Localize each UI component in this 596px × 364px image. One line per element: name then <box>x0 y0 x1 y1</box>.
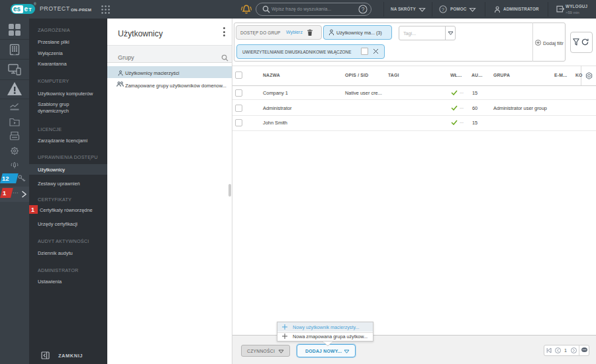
svg-text:?: ? <box>442 7 444 13</box>
svg-text:?: ? <box>362 6 365 13</box>
